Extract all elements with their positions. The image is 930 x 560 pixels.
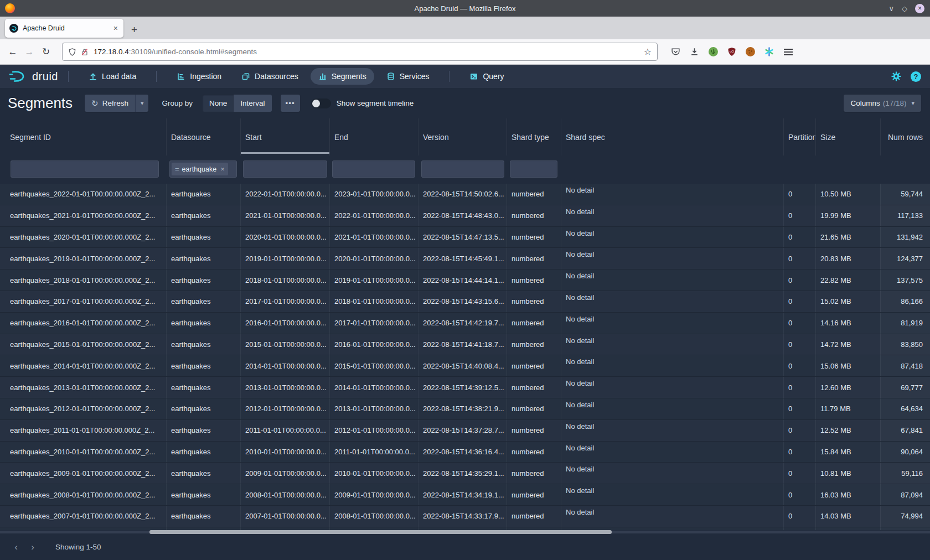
- filter-tag-remove-icon[interactable]: ×: [220, 165, 225, 173]
- table-header-row: Segment IDDatasourceStartEndVersionShard…: [0, 118, 930, 155]
- cell-shard_spec[interactable]: No detail: [561, 205, 783, 226]
- druid-logo[interactable]: druid: [9, 70, 58, 83]
- table-row: earthquakes_2019-01-01T00:00:00.000Z_2..…: [0, 248, 930, 269]
- table-row: earthquakes_2011-01-01T00:00:00.000Z_2..…: [0, 420, 930, 442]
- cell-id: earthquakes_2008-01-01T00:00:00.000Z_2..…: [0, 484, 166, 505]
- cell-shard_spec[interactable]: No detail: [561, 313, 783, 334]
- column-header-start[interactable]: Start: [240, 118, 329, 155]
- cell-start: 2010-01-01T00:00:00.0...: [240, 442, 329, 463]
- scrollbar-thumb[interactable]: [149, 530, 612, 534]
- column-header-shard_type[interactable]: Shard type: [507, 118, 561, 155]
- back-button[interactable]: ←: [4, 46, 21, 58]
- cell-id: earthquakes_2017-01-01T00:00:00.000Z_2..…: [0, 291, 166, 312]
- group-by-label: Group by: [162, 99, 193, 107]
- column-header-datasource[interactable]: Datasource: [166, 118, 240, 155]
- nav-item-query[interactable]: Query: [462, 68, 512, 85]
- nav-item-datasources[interactable]: Datasources: [234, 68, 306, 85]
- cell-num_rows: 90,064: [880, 442, 930, 463]
- refresh-interval-dropdown[interactable]: ▾: [135, 95, 149, 112]
- more-options-button[interactable]: •••: [281, 95, 300, 112]
- gear-icon[interactable]: [891, 71, 902, 82]
- cell-shard_spec[interactable]: No detail: [561, 248, 783, 269]
- maximize-icon[interactable]: ◇: [902, 5, 907, 12]
- nav-item-ingestion[interactable]: Ingestion: [169, 68, 229, 85]
- cell-shard_spec[interactable]: No detail: [561, 227, 783, 248]
- cell-shard_spec[interactable]: No detail: [561, 355, 783, 376]
- group-by-interval-button[interactable]: Interval: [234, 95, 271, 112]
- column-header-id[interactable]: Segment ID: [0, 118, 166, 155]
- nav-item-services[interactable]: Services: [379, 68, 437, 85]
- cell-partition: 0: [783, 442, 815, 463]
- bookmark-star-icon[interactable]: ☆: [644, 46, 652, 57]
- cell-start: 2017-01-01T00:00:00.0...: [240, 291, 329, 312]
- navbar-divider: [449, 71, 450, 82]
- menu-icon[interactable]: [784, 49, 793, 55]
- insecure-lock-icon[interactable]: [81, 48, 89, 56]
- download-icon[interactable]: [690, 47, 699, 56]
- cell-shard_spec[interactable]: No detail: [561, 484, 783, 505]
- new-tab-button[interactable]: +: [131, 24, 137, 35]
- column-header-version[interactable]: Version: [418, 118, 507, 155]
- browser-tab[interactable]: Apache Druid ×: [5, 19, 123, 38]
- cell-id: earthquakes_2013-01-01T00:00:00.000Z_2..…: [0, 377, 166, 398]
- column-header-num_rows[interactable]: Num rows: [880, 118, 930, 155]
- cell-datasource: earthquakes: [166, 291, 240, 312]
- cell-start: 2020-01-01T00:00:00.0...: [240, 227, 329, 248]
- prev-page-button[interactable]: ‹: [8, 542, 24, 553]
- cell-partition: 0: [783, 420, 815, 441]
- nav-item-segments[interactable]: Segments: [311, 68, 374, 85]
- cell-size: 11.79 MB: [815, 398, 880, 419]
- column-header-end[interactable]: End: [329, 118, 418, 155]
- column-header-shard_spec[interactable]: Shard spec: [561, 118, 783, 155]
- columns-button[interactable]: Columns (17/18) ▾: [844, 95, 921, 112]
- column-header-size[interactable]: Size: [815, 118, 880, 155]
- segment-timeline-toggle[interactable]: [311, 98, 331, 108]
- table-row: earthquakes_2016-01-01T00:00:00.000Z_2..…: [0, 313, 930, 334]
- filter-input-id[interactable]: [11, 160, 159, 178]
- table-row: earthquakes_2012-01-01T00:00:00.000Z_2..…: [0, 398, 930, 420]
- cell-num_rows: 87,094: [880, 484, 930, 505]
- filter-input-datasource[interactable]: =earthquake×: [169, 160, 237, 178]
- cell-shard_spec[interactable]: No detail: [561, 377, 783, 398]
- refresh-button[interactable]: ↻Refresh: [85, 95, 135, 112]
- cell-shard_type: numbered: [507, 398, 561, 419]
- pocket-icon[interactable]: [671, 47, 680, 56]
- cell-shard_spec[interactable]: No detail: [561, 420, 783, 441]
- tab-close-icon[interactable]: ×: [112, 24, 119, 33]
- filter-input-version[interactable]: [421, 160, 504, 178]
- cell-shard_spec[interactable]: No detail: [561, 291, 783, 312]
- cookie-icon[interactable]: [746, 47, 755, 56]
- extension-asterisk-icon[interactable]: [764, 47, 774, 56]
- cell-end: 2008-01-01T00:00:00.0...: [329, 506, 418, 527]
- close-icon[interactable]: ×: [915, 4, 924, 13]
- help-icon[interactable]: ?: [911, 71, 921, 82]
- cell-shard_spec[interactable]: No detail: [561, 269, 783, 291]
- filter-input-start[interactable]: [243, 160, 327, 178]
- filter-tag-datasource[interactable]: =earthquake×: [172, 163, 228, 175]
- cell-shard_spec[interactable]: No detail: [561, 506, 783, 527]
- cell-shard_type: numbered: [507, 227, 561, 248]
- group-by-none-button[interactable]: None: [203, 95, 234, 112]
- cell-num_rows: 87,418: [880, 355, 930, 376]
- forward-button[interactable]: →: [21, 46, 38, 58]
- nav-item-load-data[interactable]: Load data: [81, 68, 144, 85]
- cell-partition: 0: [783, 269, 815, 291]
- cell-shard_spec[interactable]: No detail: [561, 334, 783, 355]
- privacy-badger-icon[interactable]: [709, 47, 718, 56]
- refresh-icon: ↻: [91, 98, 99, 108]
- next-page-button[interactable]: ›: [24, 542, 41, 553]
- shield-icon[interactable]: [68, 48, 76, 56]
- ublock-icon[interactable]: uO: [727, 47, 736, 56]
- filter-input-end[interactable]: [332, 160, 415, 178]
- url-bar[interactable]: 172.18.0.4:30109/unified-console.html#se…: [62, 43, 658, 61]
- cell-end: 2023-01-01T00:00:00.0...: [329, 184, 418, 205]
- filter-input-shard_type[interactable]: [510, 160, 557, 178]
- reload-button[interactable]: ↻: [38, 46, 54, 58]
- cell-shard_spec[interactable]: No detail: [561, 184, 783, 205]
- cell-shard_spec[interactable]: No detail: [561, 442, 783, 463]
- minimize-icon[interactable]: ∨: [888, 5, 894, 12]
- cell-shard_spec[interactable]: No detail: [561, 398, 783, 419]
- column-header-partition[interactable]: Partition: [783, 118, 815, 155]
- cell-shard_spec[interactable]: No detail: [561, 463, 783, 484]
- cell-start: 2012-01-01T00:00:00.0...: [240, 398, 329, 419]
